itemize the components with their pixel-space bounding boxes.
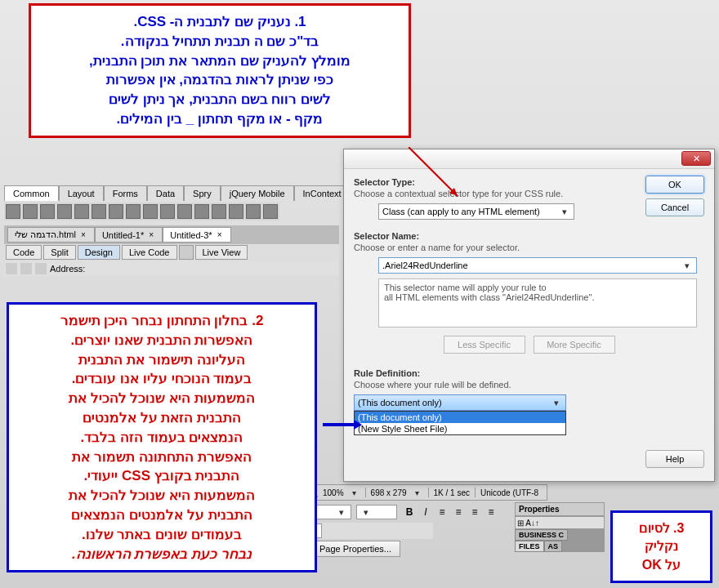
rule-definition-select[interactable]: (This document only) ▾ — [354, 394, 566, 411]
chevron-down-icon[interactable]: ▾ — [412, 488, 423, 497]
table-icon[interactable] — [74, 204, 89, 219]
annotation-3: 3. לסיום נקליק על OK — [610, 510, 712, 583]
chevron-down-icon: ▾ — [360, 507, 372, 518]
css-rule-icons[interactable]: ⊞ A↓↑ — [517, 519, 539, 528]
tab-data[interactable]: Data — [147, 185, 184, 201]
live-view-button[interactable]: Live View — [195, 245, 248, 260]
doc-tab-2-label: Untitled-3* — [170, 230, 212, 240]
code-view-button[interactable]: Code — [6, 245, 42, 260]
align-right-icon[interactable]: ≡ — [467, 506, 482, 519]
rule-definition-dropdown: (This document only) (New Style Sheet Fi… — [354, 411, 566, 435]
script-icon[interactable] — [229, 204, 243, 219]
chevron-down-icon: ▾ — [551, 398, 562, 408]
properties-panel-title: Properties — [519, 505, 559, 514]
address-bar: Address: — [4, 261, 339, 276]
view-toolbar: Code Split Design Live Code Live View — [4, 243, 249, 261]
selector-name-label: Selector Name: — [354, 231, 704, 241]
properties-panel-header[interactable]: Properties — [515, 502, 605, 516]
bold-icon[interactable]: B — [402, 506, 417, 519]
back-icon[interactable] — [6, 263, 17, 274]
more-specific-button[interactable]: More Specific — [534, 336, 615, 354]
selector-type-value: Class (can apply to any HTML element) — [382, 207, 540, 216]
doc-tab-1[interactable]: Untitled-1* × — [95, 227, 163, 243]
svg-line-0 — [409, 147, 458, 196]
load-value: 1K / 1 sec — [434, 488, 470, 497]
ok-button[interactable]: OK — [645, 176, 704, 194]
chevron-down-icon: ▾ — [336, 507, 347, 518]
close-icon[interactable]: × — [216, 231, 224, 239]
rule-definition-sub: Choose where your rule will be defined. — [354, 380, 704, 390]
right-panels: Properties ⊞ A↓↑ BUSINESS C FILES AS — [515, 502, 605, 552]
selector-name-sub: Choose or enter a name for your selector… — [354, 243, 704, 252]
rule-definition-value: (This document only) — [358, 398, 442, 408]
head-icon[interactable] — [212, 204, 226, 219]
less-specific-button[interactable]: Less Specific — [444, 336, 525, 354]
dialog-close-button[interactable]: ✕ — [681, 151, 711, 166]
rule-definition-label: Rule Definition: — [354, 368, 704, 378]
templates-icon[interactable] — [246, 204, 261, 219]
italic-icon[interactable]: I — [418, 506, 433, 519]
media-icon[interactable] — [126, 204, 141, 219]
home-icon[interactable] — [35, 263, 47, 274]
blue-arrow-icon — [323, 423, 355, 426]
dialog-titlebar[interactable]: ✕ — [344, 149, 714, 169]
ssi-icon[interactable] — [177, 204, 192, 219]
selector-name-input[interactable]: .Ariel24RedUnderline ▾ — [378, 257, 697, 274]
forward-icon[interactable] — [20, 263, 32, 274]
annotation-2: 2. בחלון התחתון נבחר היכן תישמר האפשרות … — [7, 302, 317, 572]
help-button[interactable]: Help — [645, 450, 704, 468]
cancel-button[interactable]: Cancel — [645, 198, 704, 216]
named-anchor-icon[interactable] — [40, 204, 55, 219]
tab-forms[interactable]: Forms — [104, 185, 147, 201]
align-center-icon[interactable]: ≡ — [451, 506, 466, 519]
files-tab[interactable]: FILES — [515, 541, 544, 552]
tab-common[interactable]: Common — [4, 185, 59, 201]
date-icon[interactable] — [160, 204, 175, 219]
page-properties-button[interactable]: Page Properties... — [310, 541, 400, 557]
format-icons: B I ≡ ≡ ≡ ≡ — [402, 506, 498, 519]
hyperlink-icon[interactable] — [6, 204, 20, 219]
email-link-icon[interactable] — [23, 204, 38, 219]
align-left-icon[interactable]: ≡ — [435, 506, 449, 519]
status-bar: ▶ ✋ 🔍 100% ▾ 698 x 279 ▾ 1K / 1 sec Unic… — [278, 484, 547, 501]
selector-name-value: .Ariel24RedUnderline — [382, 261, 468, 270]
size-select[interactable]: ▾ — [356, 505, 397, 519]
annotation-1: 1. נעניק שם לתבנית ה- CSS. בד"כ שם ה תבנ… — [29, 3, 411, 138]
image-icon[interactable] — [109, 204, 123, 219]
split-view-button[interactable]: Split — [43, 245, 75, 260]
dimensions-value[interactable]: 698 x 279 — [371, 488, 407, 497]
business-catalyst-tab[interactable]: BUSINESS C — [515, 529, 568, 541]
selector-type-select[interactable]: Class (can apply to any HTML element) ▾ — [378, 203, 574, 220]
assets-tab[interactable]: AS — [544, 541, 563, 552]
dropdown-option-this-doc[interactable]: (This document only) — [355, 412, 565, 423]
insert-category-tabs: Common Layout Forms Data Spry jQuery Mob… — [4, 185, 368, 201]
tab-spry[interactable]: Spry — [184, 185, 221, 201]
chevron-down-icon: ▾ — [559, 207, 570, 217]
design-view-button[interactable]: Design — [78, 245, 120, 260]
live-code-button[interactable]: Live Code — [122, 245, 177, 260]
insert-icon-toolbar — [4, 203, 279, 220]
chevron-down-icon[interactable]: ▾ — [349, 488, 360, 497]
tab-layout[interactable]: Layout — [59, 185, 104, 201]
hr-icon[interactable] — [57, 204, 72, 219]
widget-icon[interactable] — [143, 204, 158, 219]
zoom-value[interactable]: 100% — [323, 488, 344, 497]
annotation-2-text: 2. בחלון התחתון נבחר היכן תישמר האפשרות … — [60, 313, 264, 542]
encoding-value: Unicode (UTF-8 — [480, 488, 538, 497]
align-justify-icon[interactable]: ≡ — [484, 506, 498, 519]
comment-icon[interactable] — [194, 204, 209, 219]
doc-tab-1-label: Untitled-1* — [102, 230, 144, 240]
document-tabs: הדגמה שלי.html × Untitled-1* × Untitled-… — [4, 225, 339, 244]
close-icon[interactable]: × — [79, 231, 87, 239]
tag-chooser-icon[interactable] — [263, 204, 278, 219]
close-icon[interactable]: × — [147, 231, 155, 239]
address-label: Address: — [50, 264, 85, 274]
inspect-icon[interactable] — [179, 245, 194, 260]
div-icon[interactable] — [92, 204, 106, 219]
tab-jquery-mobile[interactable]: jQuery Mobile — [221, 185, 294, 201]
doc-tab-2[interactable]: Untitled-3* × — [163, 227, 230, 243]
doc-tab-0[interactable]: הדגמה שלי.html × — [7, 227, 95, 243]
annotation-2-italic: נבחר כעת באפשרת הראשונה. — [72, 546, 252, 562]
dropdown-option-new-file[interactable]: (New Style Sheet File) — [355, 423, 565, 434]
chevron-down-icon: ▾ — [681, 261, 693, 271]
